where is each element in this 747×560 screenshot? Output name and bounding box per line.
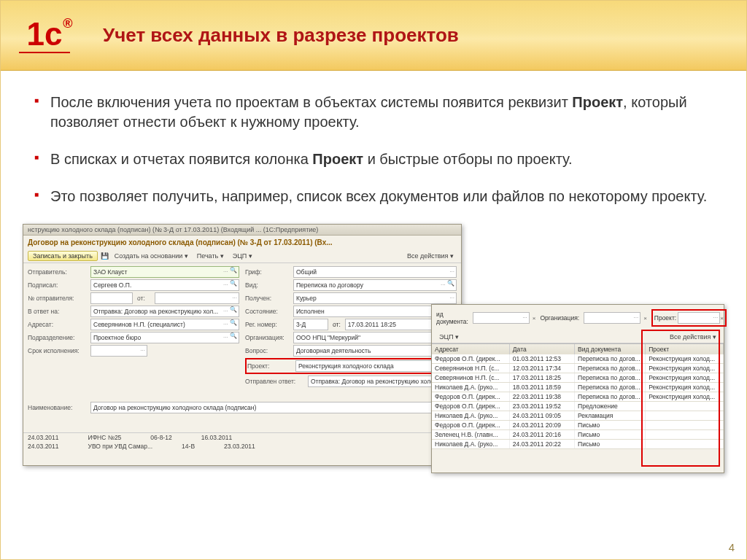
- label-reply-to: В ответ на:: [28, 308, 86, 315]
- field-name[interactable]: Договор на реконструкцию холодного склад…: [90, 402, 457, 413]
- label-kind: Вид:: [245, 281, 289, 289]
- bullet-1: После включения учета по проектам в объе…: [30, 93, 717, 132]
- toolbar: Записать и закрыть 💾 Создать на основани…: [23, 249, 461, 263]
- table-row[interactable]: Николаев Д.А. (руко...18.03.2011 18:59Пе…: [432, 383, 724, 392]
- bullet-list: После включения учета по проектам в объе…: [30, 93, 717, 206]
- logo-1c: 1с®: [15, 10, 74, 61]
- table-row[interactable]: Зеленец Н.В. (главн...24.03.2011 20:16Пи…: [432, 430, 724, 440]
- filter-project-highlight: Проект:...×: [651, 309, 727, 327]
- save-close-button[interactable]: Записать и закрыть: [28, 251, 98, 261]
- field-signed[interactable]: Сергеев О.П.... 🔍: [90, 279, 239, 291]
- field-regdate[interactable]: 17.03.2011 18:25: [345, 319, 442, 330]
- label-department: Подразделение:: [28, 334, 86, 341]
- create-based-on-button[interactable]: Создать на основании ▾: [112, 252, 191, 260]
- clear-icon[interactable]: ×: [643, 315, 647, 322]
- field-department[interactable]: Проектное бюро... 🔍: [90, 332, 239, 343]
- field-received[interactable]: Курьер...: [293, 292, 457, 304]
- label-grif: Гриф:: [245, 268, 289, 276]
- bullet-2: В списках и отчетах появится колонка Про…: [30, 149, 717, 169]
- window-titlebar: нструкцию холодного склада (подписан) (№…: [23, 225, 461, 236]
- field-sender-date[interactable]: ...: [155, 292, 239, 304]
- table-row[interactable]: Федоров О.П. (дирек...23.03.2011 19:52Пр…: [432, 402, 724, 411]
- label-state: Состояние:: [245, 308, 289, 315]
- field-addressee[interactable]: Северянинов Н.П. (специалист)... 🔍: [90, 319, 239, 330]
- ecp-button[interactable]: ЭЦП ▾: [436, 332, 462, 341]
- label-sent-reply: Отправлен ответ:: [245, 378, 303, 385]
- label-org: Организация:: [245, 334, 289, 341]
- filter-project[interactable]: ...: [678, 312, 720, 324]
- label-received: Получен:: [245, 295, 289, 302]
- field-regno[interactable]: 3-Д: [293, 319, 328, 330]
- project-row-highlight: Проект:Реконструкция холодного склада...…: [245, 358, 457, 374]
- clear-icon[interactable]: ×: [720, 315, 724, 322]
- filter-label-org: Организация:: [540, 314, 579, 322]
- window-document-list: ид документа:...× Организация:...× Проек…: [431, 304, 724, 473]
- page-number: 4: [729, 541, 735, 553]
- table-header: Адресат Дата Вид документа Проект: [432, 344, 724, 354]
- ecp-button[interactable]: ЭЦП ▾: [230, 252, 255, 260]
- filter-bar: ид документа:...× Организация:...× Проек…: [432, 305, 724, 331]
- label-topic: Вопрос:: [245, 347, 289, 354]
- field-deadline[interactable]: ...: [90, 345, 147, 357]
- list-row[interactable]: 24.03.2011ИФНС №2506-8-1216.03.2011: [23, 433, 461, 442]
- table-row[interactable]: Федоров О.П. (дирек...01.03.2011 12:53Пе…: [432, 354, 724, 364]
- field-reply-to[interactable]: Отправка: Договор на реконструкцию хол..…: [90, 306, 239, 317]
- documents-table: Адресат Дата Вид документа Проект Федоро…: [432, 343, 724, 449]
- label-deadline: Срок исполнения:: [28, 347, 86, 354]
- filter-label-kind: ид документа:: [436, 311, 468, 325]
- table-row[interactable]: Северянинов Н.П. (с...12.03.2011 17:34Пе…: [432, 364, 724, 373]
- slide-header: 1с® Учет всех данных в разрезе проектов: [1, 1, 746, 71]
- all-actions-button[interactable]: Все действия ▾: [404, 252, 457, 260]
- filter-kind[interactable]: ...: [473, 312, 530, 324]
- document-title: Договор на реконструкцию холодного склад…: [23, 236, 461, 249]
- field-grif[interactable]: Общий...: [293, 266, 457, 278]
- label-regno: Рег. номер:: [245, 321, 289, 328]
- save-icon[interactable]: 💾: [101, 252, 109, 260]
- field-kind[interactable]: Переписка по договору... 🔍: [293, 279, 457, 291]
- bullet-3: Это позволяет получить, например, список…: [30, 187, 717, 206]
- table-row[interactable]: Николаев Д.А. (руко...24.03.2011 09:05Ре…: [432, 411, 724, 421]
- table-row[interactable]: Федоров О.П. (дирек...24.03.2011 20:09Пи…: [432, 421, 724, 430]
- label-addressee: Адресат:: [28, 321, 86, 328]
- label-signed: Подписал:: [28, 281, 86, 289]
- label-name: Наименование:: [28, 404, 86, 411]
- slide-title: Учет всех данных в разрезе проектов: [103, 24, 459, 47]
- bottom-list: 24.03.2011ИФНС №2506-8-1216.03.2011 24.0…: [23, 432, 461, 451]
- window-document-card: нструкцию холодного склада (подписан) (№…: [23, 224, 462, 466]
- table-row[interactable]: Северянинов Н.П. (с...17.03.2011 18:25Пе…: [432, 373, 724, 383]
- print-button[interactable]: Печать ▾: [194, 252, 227, 260]
- label-sender-no: № отправителя:: [28, 295, 86, 302]
- table-row[interactable]: Николаев Д.А. (руко...24.03.2011 20:22Пи…: [432, 440, 724, 449]
- label-project: Проект:: [247, 362, 291, 370]
- field-sender-no[interactable]: [90, 292, 133, 304]
- filter-label-project: Проект:: [654, 314, 676, 322]
- list-row[interactable]: 24.03.2011УВО при УВД Самар...14-В23.03.…: [23, 442, 461, 451]
- label-sender: Отправитель:: [28, 268, 86, 276]
- filter-org[interactable]: ...: [584, 312, 640, 324]
- table-row[interactable]: Федоров О.П. (дирек...22.03.2011 19:38Пе…: [432, 392, 724, 402]
- all-actions-button[interactable]: Все действия ▾: [667, 332, 719, 341]
- clear-icon[interactable]: ×: [533, 315, 536, 322]
- field-sender[interactable]: ЗАО Клауст... 🔍: [90, 266, 239, 278]
